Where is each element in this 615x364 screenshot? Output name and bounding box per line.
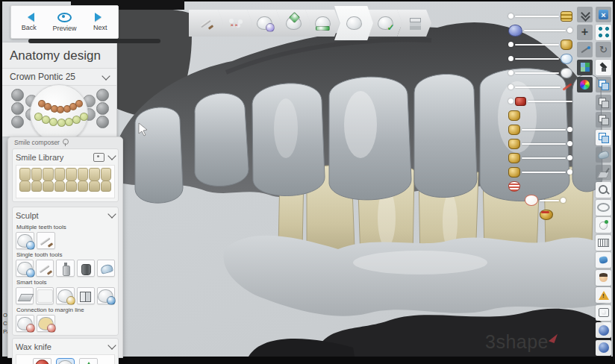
- gold-crown-icon[interactable]: [508, 167, 520, 178]
- back-button[interactable]: Back: [11, 6, 47, 38]
- step-anatomy-design[interactable]: [334, 6, 373, 40]
- prep-scan-layer-slider[interactable]: [508, 23, 572, 37]
- gold-stack-icon[interactable]: [561, 11, 572, 22]
- model-box-icon[interactable]: [596, 305, 611, 321]
- patient-photo-icon[interactable]: [596, 270, 611, 286]
- red-pencil-icon[interactable]: [562, 83, 572, 90]
- lower-arch-tooth-dot[interactable]: [80, 113, 88, 121]
- inspect-zoom-icon[interactable]: [596, 182, 611, 198]
- slider-knob[interactable]: [567, 155, 572, 160]
- wax-add-tool[interactable]: [33, 358, 51, 364]
- connection-open-tool[interactable]: [16, 315, 34, 332]
- slider-knob[interactable]: [567, 127, 572, 132]
- anatomy-layer-slider[interactable]: [508, 51, 572, 66]
- crown-23-layer-slider[interactable]: [508, 136, 572, 151]
- left-molar-dot[interactable]: [11, 116, 24, 128]
- gold-crown-icon[interactable]: [508, 153, 520, 163]
- outline-tooth-icon[interactable]: [525, 195, 538, 206]
- sculpt-trowel-icon[interactable]: [596, 165, 611, 181]
- slider-track[interactable]: [522, 129, 566, 131]
- slider-knob[interactable]: [508, 56, 513, 61]
- active-layer-icon[interactable]: [596, 130, 611, 145]
- margin-line-layer-slider[interactable]: [508, 80, 572, 94]
- smile-library-header[interactable]: Smile Library: [16, 151, 115, 163]
- pin-icon[interactable]: [63, 139, 69, 145]
- slider-knob[interactable]: [508, 98, 513, 104]
- slider-track[interactable]: [522, 157, 566, 159]
- sculpt-header[interactable]: Sculpt: [16, 209, 115, 222]
- wax-knife-header[interactable]: Wax knife: [16, 340, 115, 353]
- slider-track[interactable]: [515, 44, 559, 46]
- crown-24-layer-slider[interactable]: [508, 151, 572, 165]
- slider-track[interactable]: [515, 58, 559, 60]
- communicate-1-icon[interactable]: [596, 322, 611, 338]
- slider-knob[interactable]: [561, 198, 566, 203]
- slider-track[interactable]: [515, 87, 561, 88]
- blue-tooth-icon[interactable]: [508, 25, 522, 37]
- lower-arch-tooth-dot[interactable]: [57, 119, 66, 127]
- slider-knob[interactable]: [508, 13, 513, 19]
- plane-cut-tool[interactable]: [16, 287, 34, 304]
- measure-ruler-icon[interactable]: [596, 235, 611, 251]
- crown-21-layer-slider[interactable]: [508, 108, 572, 122]
- right-molar-dot[interactable]: [96, 102, 109, 115]
- die-layer-slider[interactable]: [508, 94, 572, 108]
- gold-crown-icon[interactable]: [508, 139, 520, 149]
- close-view-icon[interactable]: ×: [596, 7, 611, 22]
- slider-track[interactable]: [515, 16, 559, 17]
- auto-attach-tool[interactable]: [56, 287, 74, 304]
- slider-track[interactable]: [522, 143, 566, 145]
- communicate-2-icon[interactable]: [596, 340, 611, 356]
- slider-knob[interactable]: [567, 141, 572, 146]
- bluewhite-tooth-icon[interactable]: [561, 54, 572, 64]
- slider-knob[interactable]: [567, 28, 572, 33]
- blank-tool[interactable]: [36, 287, 54, 304]
- lower-arch-tooth-dot[interactable]: [49, 118, 57, 126]
- wax-up-layer-slider[interactable]: [508, 37, 572, 51]
- wax-knife-multi-tool[interactable]: [37, 232, 55, 249]
- mirror-tool[interactable]: [77, 287, 95, 304]
- move-teeth-tool[interactable]: [16, 232, 34, 249]
- crown-26-layer-slider[interactable]: [508, 165, 572, 179]
- wax-profile-icon[interactable]: [596, 147, 611, 163]
- rotate-copy-tool[interactable]: [97, 287, 115, 304]
- slider-track[interactable]: [515, 72, 559, 74]
- wax-remove-tool[interactable]: [56, 358, 75, 364]
- layers-gray-2-icon[interactable]: [596, 112, 611, 128]
- smile-composer-titlebar[interactable]: Smile composer: [8, 137, 122, 146]
- slider-track[interactable]: [528, 101, 572, 102]
- next-button[interactable]: Next: [82, 6, 118, 38]
- wax-smooth-tool[interactable]: [79, 358, 98, 364]
- fit-view-icon[interactable]: [596, 25, 611, 40]
- tooth-clean-icon[interactable]: [596, 217, 611, 233]
- slider-knob[interactable]: [567, 169, 572, 175]
- gold-crown-icon[interactable]: [561, 40, 572, 50]
- slider-knob[interactable]: [508, 42, 513, 47]
- gingiva-layer-slider[interactable]: [508, 193, 572, 207]
- step-scan-prep[interactable]: [189, 10, 223, 37]
- restoration-dropdown[interactable]: Crown Pontic 25: [2, 68, 116, 86]
- gold-crown-icon[interactable]: [508, 125, 520, 135]
- crown-22-layer-slider[interactable]: [508, 122, 572, 136]
- chevron-down-icon[interactable]: [107, 151, 116, 160]
- upper-arch-tooth-dot[interactable]: [75, 100, 83, 107]
- reference-layer-slider[interactable]: [508, 207, 572, 222]
- goldred-tooth-icon[interactable]: [540, 210, 553, 220]
- redwhite-tooth-icon[interactable]: [508, 181, 520, 192]
- antagonist-layer-slider[interactable]: [508, 9, 572, 23]
- ring-view-icon[interactable]: [596, 200, 611, 216]
- morph-knife-tool[interactable]: [36, 260, 54, 277]
- layers-gray-1-icon[interactable]: [596, 95, 611, 110]
- tooth-25-layer-slider[interactable]: [508, 66, 572, 80]
- axis-view-icon[interactable]: +: [577, 25, 593, 40]
- slider-knob[interactable]: [508, 84, 513, 90]
- collapse-panel-icon[interactable]: [577, 7, 593, 22]
- paint-tool-icon[interactable]: [596, 252, 611, 268]
- slider-track[interactable]: [540, 200, 559, 201]
- spray-tool[interactable]: [56, 260, 74, 277]
- left-molar-dot[interactable]: [11, 89, 24, 101]
- learn-mode-icon[interactable]: [596, 60, 611, 75]
- connection-closed-tool[interactable]: [37, 315, 55, 332]
- open-library-icon[interactable]: [93, 153, 104, 162]
- tooth-overview-chart[interactable]: [2, 86, 116, 139]
